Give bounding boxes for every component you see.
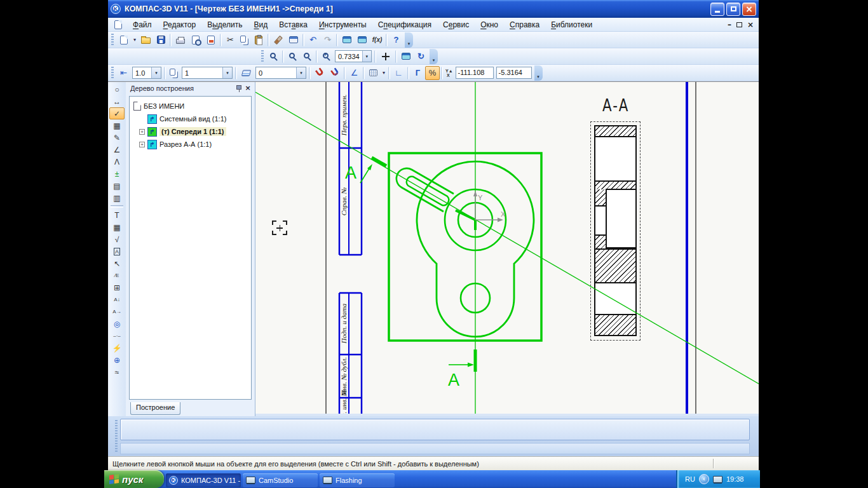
local-cs-button[interactable]: ∟: [391, 66, 406, 80]
redo-button[interactable]: ↷: [320, 33, 335, 47]
tree-row-section-view[interactable]: + ↱ Разрез А-А (1:1): [131, 138, 250, 151]
auto-axis-tool-icon[interactable]: ⚡: [109, 342, 125, 354]
center-mark-tool-icon[interactable]: ⊕: [109, 354, 125, 366]
parameterization-tool-icon[interactable]: ✎: [109, 132, 125, 144]
toolbar-overflow-icon[interactable]: ▾: [405, 32, 413, 48]
new-document-button[interactable]: [120, 36, 128, 44]
print-preview-button[interactable]: [192, 36, 200, 44]
reports-tool-icon[interactable]: ▤: [109, 180, 125, 192]
zoom-page-button[interactable]: [270, 53, 276, 58]
selection-tool-icon[interactable]: Λ: [109, 156, 125, 168]
coordinate-x-field[interactable]: -111.108: [456, 67, 494, 79]
separator[interactable]: [441, 67, 443, 79]
context-help-button[interactable]: ?: [389, 33, 403, 47]
snap-magnet-button[interactable]: [315, 67, 325, 77]
sheets-icon[interactable]: [170, 69, 175, 76]
table-tool-icon[interactable]: ▦: [109, 221, 125, 233]
centerline-tool-icon[interactable]: –·–: [109, 330, 125, 342]
zoom-in-button[interactable]: [323, 53, 329, 58]
new-dropdown-button[interactable]: ▾: [132, 33, 138, 47]
position-leader-tool-icon[interactable]: ∕E: [109, 269, 125, 281]
toolbar-overflow-icon[interactable]: ▾: [534, 65, 543, 81]
toolbar-drag-handle[interactable]: [111, 34, 114, 46]
geometry-tool-icon[interactable]: ○: [109, 83, 125, 95]
group-separator[interactable]: [111, 205, 123, 208]
zoom-scale-button[interactable]: [304, 53, 309, 58]
drawing-canvas[interactable]: Перв. примен. Справ. № Подп. и дата Инв.…: [255, 82, 759, 414]
menu-libraries[interactable]: Библиотеки: [545, 19, 598, 30]
separator[interactable]: [395, 50, 397, 63]
title-bar[interactable]: K КОМПАС-3D V11 - [Чертеж БЕЗ ИМЕНИ1 ->С…: [108, 0, 759, 18]
separator[interactable]: [344, 67, 346, 79]
menu-help[interactable]: Справка: [504, 19, 545, 30]
expand-icon[interactable]: +: [139, 129, 145, 135]
zoom-area-button[interactable]: [289, 53, 295, 58]
separator[interactable]: [302, 34, 304, 46]
text-tool-icon[interactable]: T: [109, 209, 125, 221]
separator[interactable]: [336, 34, 338, 46]
separator[interactable]: [386, 34, 388, 46]
close-button[interactable]: ×: [742, 3, 756, 16]
toolbar-drag-handle[interactable]: [261, 50, 264, 63]
format-painter-button[interactable]: [274, 35, 283, 44]
spec-control-tool-icon[interactable]: ±: [109, 168, 125, 180]
copy-button[interactable]: [240, 36, 246, 43]
expand-icon[interactable]: +: [139, 142, 145, 147]
view-arrow-tool-icon[interactable]: А→: [109, 306, 125, 318]
save-button[interactable]: [157, 36, 165, 44]
angle-snap-button[interactable]: ∠: [347, 66, 362, 80]
separator[interactable]: [268, 34, 269, 46]
chevron-down-icon[interactable]: ▾: [222, 67, 232, 78]
wavy-line-tool-icon[interactable]: ≈: [109, 366, 125, 378]
toolbar-overflow-icon[interactable]: ▾: [430, 49, 438, 64]
mdi-close-icon[interactable]: ×: [747, 21, 754, 29]
snap-toggle-button[interactable]: %: [425, 66, 440, 80]
fx-button[interactable]: f(x): [370, 33, 384, 47]
separator[interactable]: [363, 67, 365, 79]
cut-button[interactable]: ✂: [223, 33, 238, 47]
language-indicator[interactable]: RU: [685, 475, 695, 483]
dimensions-tool-icon[interactable]: ↔: [109, 95, 125, 107]
start-button[interactable]: пуск: [104, 470, 164, 488]
roughness-tool-icon[interactable]: √: [109, 233, 125, 245]
measure-tool-icon[interactable]: ∠: [109, 144, 125, 156]
grid-dropdown-button[interactable]: ▾: [381, 66, 387, 80]
menu-window[interactable]: Окно: [475, 19, 504, 30]
layers-combo[interactable]: 0 ▾: [255, 67, 306, 79]
toolbar-drag-handle[interactable]: [111, 67, 114, 79]
variables-button[interactable]: [358, 36, 367, 43]
view-designation-tool-icon[interactable]: ⊞: [109, 281, 125, 294]
grid-button[interactable]: [369, 69, 377, 76]
chevron-down-icon[interactable]: ▾: [151, 67, 161, 78]
menu-specification[interactable]: Спецификация: [372, 19, 437, 30]
refresh-view-button[interactable]: ↻: [414, 50, 428, 64]
layers-icon[interactable]: [241, 70, 251, 76]
taskbar-button-kompas[interactable]: K КОМПАС-3D V11 - [Ч...: [166, 473, 241, 487]
separator[interactable]: [170, 34, 172, 46]
separator[interactable]: [388, 67, 390, 79]
taskbar-button-camstudio[interactable]: CamStudio: [243, 473, 318, 487]
menu-select[interactable]: Выделить: [201, 19, 248, 30]
mdi-minimize-icon[interactable]: –: [728, 21, 731, 29]
show-all-button[interactable]: [402, 53, 410, 60]
property-bar-panel[interactable]: [120, 419, 750, 440]
pan-button[interactable]: [382, 53, 390, 60]
clock[interactable]: 19:38: [726, 475, 744, 483]
zoom-combo[interactable]: 0.7334 ▾: [335, 50, 372, 62]
print-button[interactable]: [176, 39, 185, 44]
property-bar-handle[interactable]: [115, 420, 118, 452]
restore-button[interactable]: [726, 3, 740, 16]
ortho-button[interactable]: Г: [410, 66, 425, 80]
menu-insert[interactable]: Вставка: [273, 19, 313, 30]
chevron-down-icon[interactable]: ▾: [296, 67, 306, 78]
coordinate-y-field[interactable]: -5.3164: [496, 67, 532, 79]
menu-view[interactable]: Вид: [248, 19, 274, 30]
show-document-button[interactable]: [342, 36, 351, 43]
menu-file[interactable]: Файл: [127, 19, 158, 30]
cut-line-tool-icon[interactable]: А↓: [109, 294, 125, 306]
menu-tools[interactable]: Инструменты: [313, 19, 372, 30]
import-button[interactable]: [207, 36, 215, 44]
separator[interactable]: [374, 50, 376, 63]
library-tool-icon[interactable]: ▥: [109, 192, 125, 204]
taskbar-button-flashing[interactable]: Flashing: [320, 473, 395, 487]
